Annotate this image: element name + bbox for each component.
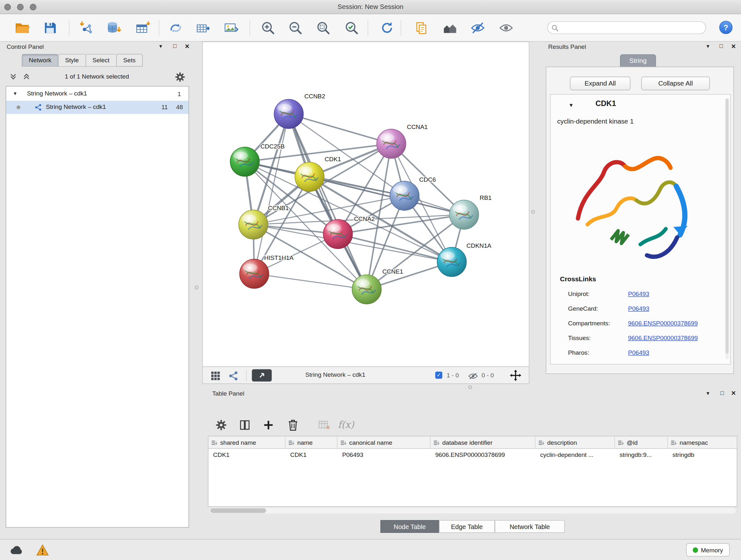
zoom-selected-button[interactable]	[341, 17, 362, 38]
crosslink-link[interactable]: P06493	[628, 290, 649, 297]
network-collection-row[interactable]: ▼ String Network – cdk1 1	[6, 87, 189, 101]
table-cell[interactable]: CDK1	[208, 451, 285, 458]
add-column-button[interactable]	[261, 418, 275, 432]
network-node-CCNE1[interactable]	[352, 274, 381, 304]
crosslink-link[interactable]: P06493	[628, 305, 649, 312]
show-columns-button[interactable]	[238, 418, 252, 432]
collapse-panel-icon[interactable]: ▼	[156, 42, 165, 51]
gear-icon[interactable]	[175, 72, 185, 82]
crosslink-link[interactable]: 9606.ENSP00000378699	[628, 320, 697, 327]
clone-network-button[interactable]	[193, 17, 213, 38]
selection-checkbox[interactable]: ✓	[435, 372, 442, 379]
splitter-handle[interactable]	[195, 286, 199, 289]
collapse-panel-icon[interactable]: ▼	[703, 42, 713, 51]
column-header--id[interactable]: @id	[615, 436, 668, 449]
network-edge-CCNB2-CCNA1[interactable]	[289, 114, 391, 144]
delete-table-button-disabled[interactable]	[317, 418, 331, 432]
close-panel-icon[interactable]: ×	[729, 42, 738, 51]
table-cell[interactable]: 9606.ENSP00000378699	[430, 451, 536, 458]
export-image-button[interactable]	[221, 17, 242, 38]
tab-string[interactable]: String	[620, 54, 656, 67]
memory-button[interactable]: Memory	[686, 543, 730, 557]
crosslink-link[interactable]: 9606.ENSP00000378699	[628, 334, 697, 341]
float-panel-icon[interactable]: □	[717, 42, 726, 51]
save-session-button[interactable]	[40, 17, 60, 38]
new-network-from-selection-button[interactable]	[165, 17, 186, 38]
birdseye-view-button[interactable]	[440, 17, 460, 38]
network-node-CCNA1[interactable]	[377, 129, 406, 159]
collapse-panel-icon[interactable]: ▼	[703, 388, 713, 398]
scrollbar-thumb[interactable]	[210, 508, 266, 513]
float-panel-icon[interactable]: □	[170, 42, 180, 51]
detach-view-button[interactable]	[252, 369, 272, 382]
table-cell[interactable]: stringdb	[668, 451, 737, 458]
table-settings-button[interactable]	[214, 418, 228, 432]
table-cell[interactable]: P06493	[337, 451, 430, 458]
results-scrollbar[interactable]	[725, 98, 729, 359]
import-network-database-button[interactable]	[103, 17, 124, 38]
zoom-fit-button[interactable]	[313, 17, 333, 38]
table-row[interactable]: CDK1CDK1P064939606.ENSP00000378699cyclin…	[208, 449, 737, 460]
close-panel-icon[interactable]: ×	[183, 42, 192, 51]
network-node-CDC25B[interactable]	[230, 147, 259, 177]
open-folder-icon	[15, 20, 30, 36]
expand-all-button[interactable]: Expand All	[570, 77, 630, 90]
table-cell[interactable]: cyclin-dependent ...	[536, 451, 615, 458]
search-input[interactable]	[561, 22, 703, 33]
zoom-out-button[interactable]	[285, 17, 306, 38]
import-table-file-button[interactable]	[132, 17, 152, 38]
network-node-CDC6[interactable]	[390, 181, 419, 210]
tab-network[interactable]: Network	[22, 54, 58, 67]
warnings-button[interactable]	[33, 543, 52, 557]
tab-style[interactable]: Style	[58, 54, 85, 67]
network-node-CCNB2[interactable]	[274, 99, 304, 129]
help-button[interactable]: ?	[719, 21, 732, 34]
network-node-HIST1H1A[interactable]	[240, 259, 269, 289]
collapse-all-button[interactable]: Collapse All	[642, 77, 710, 90]
network-node-RB1[interactable]	[449, 200, 479, 229]
column-header-canonical-name[interactable]: canonical name	[337, 436, 430, 449]
hide-selected-button[interactable]	[468, 17, 488, 38]
network-node-CCNA2[interactable]	[323, 219, 353, 249]
column-header-description[interactable]: description	[536, 436, 615, 449]
import-network-file-button[interactable]	[76, 17, 97, 38]
network-edge-CCNB2-HIST1H1A[interactable]	[254, 114, 289, 274]
cloud-status-button[interactable]	[7, 543, 25, 557]
column-header-shared-name[interactable]: shared name	[208, 436, 285, 449]
network-row[interactable]: String Network – cdk1 11 48	[6, 101, 189, 114]
column-header-name[interactable]: name	[285, 436, 337, 449]
tab-sets[interactable]: Sets	[116, 54, 143, 67]
network-view-icon[interactable]	[228, 371, 239, 381]
column-header-namespac[interactable]: namespac	[668, 436, 737, 449]
table-cell[interactable]: stringdb:9...	[615, 451, 668, 458]
tab-node-table[interactable]: Node Table	[381, 520, 439, 533]
copy-button[interactable]	[411, 17, 432, 38]
splitter-handle[interactable]	[531, 210, 535, 214]
function-builder-button[interactable]: f(x)	[338, 419, 354, 430]
toolbar-separator	[401, 20, 401, 36]
tab-network-table[interactable]: Network Table	[495, 520, 564, 533]
zoom-in-button[interactable]	[258, 17, 278, 38]
close-panel-icon[interactable]: ×	[729, 388, 738, 398]
delete-column-button[interactable]	[286, 418, 300, 432]
network-edge-HIST1H1A-CCNE1[interactable]	[254, 273, 367, 289]
network-canvas[interactable]: CCNB2CCNA1CDC25BCDK1CDC6RB1CCNB1CCNA2CDK…	[202, 42, 529, 366]
open-session-button[interactable]	[12, 17, 32, 38]
table-cell[interactable]: CDK1	[285, 451, 337, 458]
tree-expander-icon[interactable]: ▼	[13, 91, 17, 96]
crosslink-label: Compartments:	[568, 320, 610, 327]
network-node-CDK1[interactable]	[295, 162, 324, 192]
apply-layout-button[interactable]	[377, 17, 397, 38]
network-node-CDKN1A[interactable]	[437, 247, 467, 276]
pan-crosshair-icon[interactable]	[510, 370, 522, 381]
network-node-CCNB1[interactable]	[239, 210, 268, 240]
grid-view-icon[interactable]	[210, 371, 221, 381]
column-header-database-identifier[interactable]: database identifier	[430, 436, 536, 449]
tab-select[interactable]: Select	[85, 54, 116, 67]
tab-edge-table[interactable]: Edge Table	[439, 520, 495, 533]
show-all-button[interactable]	[495, 17, 516, 38]
crosslink-link[interactable]: P06493	[628, 349, 649, 356]
section-expander-icon[interactable]: ▼	[568, 102, 574, 108]
float-panel-icon[interactable]: □	[718, 388, 727, 398]
table-horizontal-scrollbar[interactable]	[209, 508, 736, 513]
